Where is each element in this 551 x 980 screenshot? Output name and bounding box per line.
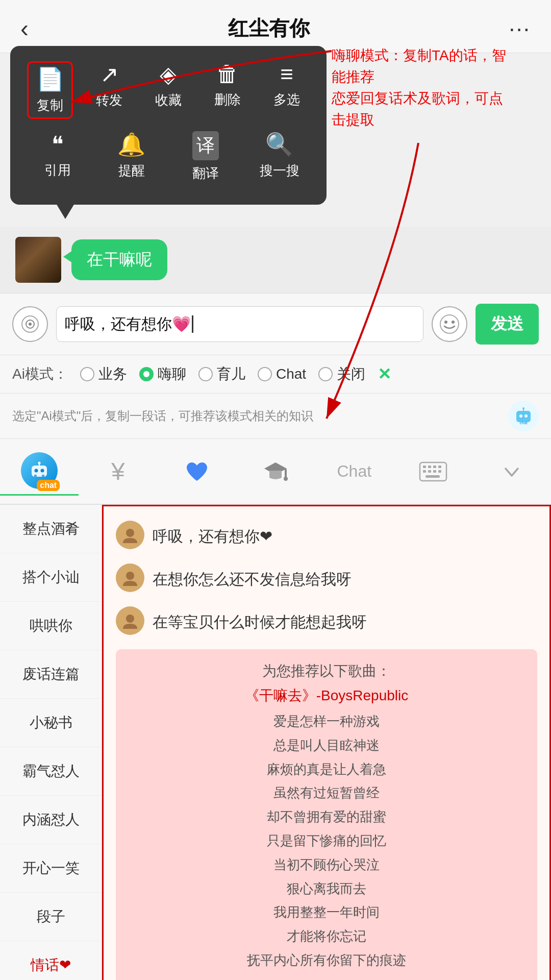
- toolbar-heart[interactable]: [158, 453, 236, 490]
- response-item-1[interactable]: 在想你怎么还不发信息给我呀: [116, 564, 537, 592]
- context-menu-row1: 📄 复制 ↗ 转发 ◈ 收藏 🗑 删除 ≡ 多选: [20, 61, 316, 119]
- radio-option-business[interactable]: 业务: [80, 364, 127, 384]
- sidebar-item-6[interactable]: 内涵怼人: [0, 796, 102, 844]
- response-text-2: 在等宝贝什么时候才能想起我呀: [153, 606, 367, 633]
- radio-option-parenting[interactable]: 育儿: [198, 364, 245, 384]
- svg-rect-30: [438, 470, 441, 473]
- chat-bot-icon: chat: [514, 407, 533, 425]
- sidebar-item-8[interactable]: 段子: [0, 893, 102, 941]
- back-button[interactable]: ‹: [20, 14, 29, 42]
- user-avatar-icon: [121, 526, 139, 544]
- lyric-line-8: 我用整整一年时间: [128, 900, 525, 924]
- more-button[interactable]: ···: [509, 16, 531, 41]
- radio-business-label: 业务: [98, 364, 127, 384]
- toolbar-graduation[interactable]: [236, 453, 315, 490]
- svg-rect-28: [428, 470, 431, 473]
- svg-rect-20: [285, 469, 287, 478]
- svg-point-8: [524, 414, 528, 418]
- svg-point-7: [519, 414, 522, 418]
- radio-option-chat[interactable]: Chat: [258, 366, 306, 382]
- svg-point-10: [522, 407, 524, 409]
- toolbar-money[interactable]: ¥: [79, 452, 157, 491]
- lyric-line-6: 当初不顾伤心哭泣: [128, 853, 525, 877]
- context-menu-translate[interactable]: 译 翻译: [183, 131, 229, 182]
- copy-icon: 📄: [36, 66, 64, 92]
- sidebar-item-9[interactable]: 情话❤: [0, 941, 102, 980]
- context-menu-multiselect[interactable]: ≡ 多选: [264, 61, 310, 119]
- delete-icon: 🗑: [216, 61, 239, 87]
- keyboard-icon: [419, 461, 447, 482]
- song-main-title[interactable]: 《干嘛去》-BoysRepublic: [128, 686, 525, 705]
- response-item-0[interactable]: 呼吸，还有想你❤: [116, 521, 537, 549]
- copy-label: 复制: [37, 96, 63, 114]
- response-avatar-1: [116, 564, 144, 592]
- collect-icon: ◈: [160, 61, 177, 87]
- chat-area: 在干嘛呢: [0, 227, 551, 293]
- sidebar-item-0[interactable]: 整点酒肴: [0, 505, 102, 553]
- svg-point-5: [452, 321, 455, 324]
- page-title: 红尘有你: [228, 14, 310, 42]
- svg-rect-31: [425, 475, 440, 478]
- svg-point-21: [284, 477, 288, 481]
- context-menu-remind[interactable]: 🔔 提醒: [109, 131, 155, 182]
- message-input[interactable]: 呼吸，还有想你💗: [56, 306, 423, 342]
- translate-icon: 译: [192, 131, 219, 160]
- sidebar-item-1[interactable]: 搭个小讪: [0, 553, 102, 602]
- radio-option-close[interactable]: 关闭: [318, 364, 365, 384]
- sidebar-item-5[interactable]: 霸气怼人: [0, 747, 102, 796]
- hint-icon: chat: [508, 401, 539, 431]
- voice-button[interactable]: [12, 306, 48, 342]
- radio-option-haichat[interactable]: 嗨聊: [139, 364, 186, 384]
- toolbar-chat-text[interactable]: Chat: [315, 457, 393, 486]
- song-section: 为您推荐以下歌曲： 《干嘛去》-BoysRepublic 爱是怎样一种游戏总是叫…: [116, 649, 537, 980]
- lyric-line-4: 却不曾拥有爱的甜蜜: [128, 805, 525, 829]
- lyric-line-2: 麻烦的真是让人着急: [128, 757, 525, 781]
- radio-parenting[interactable]: [198, 367, 213, 381]
- voice-icon: [21, 315, 39, 333]
- svg-rect-12: [32, 465, 47, 477]
- context-menu-arrow: [56, 204, 74, 219]
- context-menu-forward[interactable]: ↗ 转发: [86, 61, 132, 119]
- toolbar-down[interactable]: [472, 456, 551, 487]
- emoji-button[interactable]: [432, 306, 467, 342]
- toolbar-keyboard[interactable]: [393, 456, 472, 487]
- radio-business[interactable]: [80, 367, 94, 381]
- hint-text: 选定"Ai模式"后，复制一段话，可推荐该模式相关的知识: [12, 408, 313, 424]
- input-area: 呼吸，还有想你💗 发送: [0, 293, 551, 355]
- song-section-title: 为您推荐以下歌曲：: [128, 662, 525, 681]
- lyric-line-5: 只是留下惨痛的回忆: [128, 829, 525, 853]
- svg-rect-24: [428, 465, 431, 468]
- context-menu: 📄 复制 ↗ 转发 ◈ 收藏 🗑 删除 ≡ 多选 ❝ 引用 🔔 提醒 译: [10, 46, 327, 205]
- radio-haichat[interactable]: [139, 367, 154, 381]
- sidebar-item-2[interactable]: 哄哄你: [0, 602, 102, 650]
- context-menu-search[interactable]: 🔍 搜一搜: [257, 131, 303, 182]
- chat-message-bubble[interactable]: 在干嘛呢: [71, 239, 167, 280]
- sidebar-item-4[interactable]: 小秘书: [0, 699, 102, 747]
- chatbot-icon: chat: [21, 452, 58, 489]
- radio-haichat-label: 嗨聊: [158, 364, 186, 384]
- context-menu-quote[interactable]: ❝ 引用: [35, 131, 81, 182]
- radio-close-label: 关闭: [337, 364, 365, 384]
- context-menu-delete[interactable]: 🗑 删除: [205, 61, 251, 119]
- ai-mode-row: Ai模式： 业务 嗨聊 育儿 Chat 关闭 ✕: [0, 355, 551, 394]
- sidebar-item-3[interactable]: 废话连篇: [0, 650, 102, 699]
- search-icon: 🔍: [265, 131, 293, 158]
- radio-close[interactable]: [318, 367, 333, 381]
- left-sidebar: 整点酒肴 搭个小讪 哄哄你 废话连篇 小秘书 霸气怼人 内涵怼人 开心一笑 段子…: [0, 505, 102, 980]
- svg-rect-17: [34, 475, 37, 477]
- svg-point-3: [440, 315, 459, 333]
- send-button[interactable]: 发送: [475, 304, 539, 345]
- toolbar-chatbot[interactable]: chat: [0, 447, 79, 496]
- chat-badge: chat: [37, 480, 60, 491]
- response-item-2[interactable]: 在等宝贝什么时候才能想起我呀: [116, 606, 537, 635]
- context-menu-row2: ❝ 引用 🔔 提醒 译 翻译 🔍 搜一搜: [20, 131, 316, 182]
- sidebar-item-7[interactable]: 开心一笑: [0, 844, 102, 893]
- close-ai-button[interactable]: ✕: [378, 364, 391, 384]
- radio-chat[interactable]: [258, 367, 272, 381]
- svg-rect-23: [423, 465, 426, 468]
- context-menu-collect[interactable]: ◈ 收藏: [145, 61, 191, 119]
- lyric-line-10: 抚平内心所有你留下的痕迹: [128, 948, 525, 972]
- svg-point-32: [126, 529, 134, 537]
- context-menu-copy[interactable]: 📄 复制: [27, 61, 73, 119]
- lyric-line-1: 总是叫人目眩神迷: [128, 733, 525, 757]
